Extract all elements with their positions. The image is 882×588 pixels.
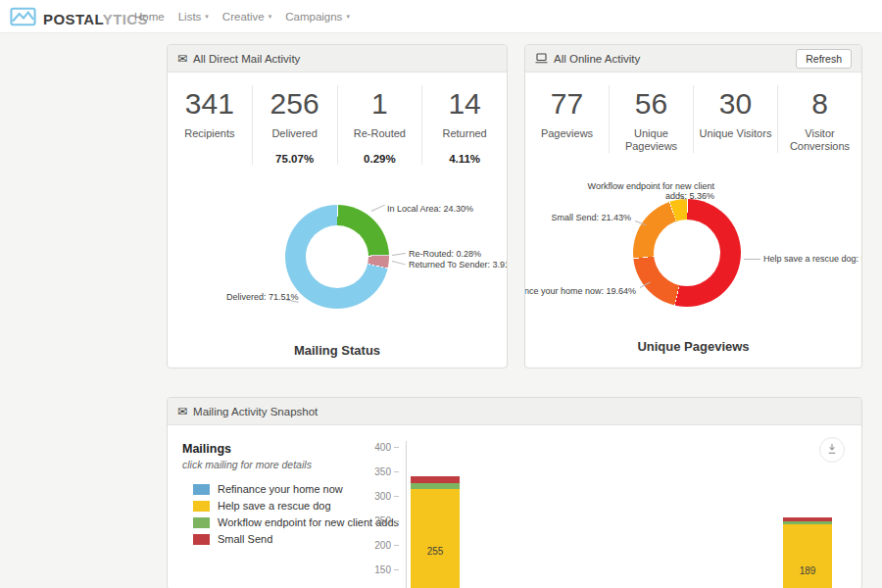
y-axis-tick: 300 [362, 490, 399, 502]
panel-title: All Direct Mail Activity [193, 53, 300, 65]
nav-item-creative[interactable]: Creative▾ [222, 11, 271, 23]
callout-workflow-endpoint: Workflow endpoint for new client adds: 5… [572, 181, 714, 201]
stat-visitor-conversions: 8 Visitor Conversions [777, 85, 861, 153]
envelope-icon: ✉ [177, 406, 187, 417]
label-leader-line [371, 205, 385, 212]
direct-mail-stats: 341 Recipients 256 Delivered 75.07% 1 Re… [168, 73, 507, 171]
bar-segment[interactable] [783, 524, 832, 588]
stat-rerouted: 1 Re-Routed 0.29% [337, 85, 422, 165]
y-axis-tick: 250 [362, 514, 399, 526]
y-axis-tick: 400 [362, 441, 399, 453]
chevron-down-icon: ▾ [269, 13, 272, 21]
online-activity-panel: All Online Activity Refresh 77 Pageviews… [524, 44, 862, 368]
stat-unique-pageviews: 56 Unique Pageviews [609, 85, 693, 153]
direct-mail-activity-panel: ✉ All Direct Mail Activity 341 Recipient… [167, 44, 508, 368]
chevron-down-icon: ▾ [346, 13, 350, 21]
callout-re-routed: Re-Routed: 0.28% [409, 249, 481, 259]
callout-in-local-area: In Local Area: 24.30% [387, 204, 473, 214]
download-chart-button[interactable] [819, 437, 845, 463]
legend-swatch [193, 501, 210, 512]
bar-segment[interactable] [783, 517, 832, 521]
label-leader-line [392, 261, 406, 265]
legend-swatch [193, 517, 210, 528]
panel-title: All Online Activity [554, 53, 640, 65]
bar-segment[interactable] [411, 476, 460, 483]
stat-returned: 14 Returned 4.11% [421, 85, 507, 165]
callout-returned-to-sender: Returned To Sender: 3.91% [409, 260, 508, 270]
callout-refinance: Refinance your home now: 19.64% [524, 286, 636, 296]
y-axis-line [406, 441, 407, 588]
bar-value-label: 189 [800, 565, 816, 576]
chevron-down-icon: ▾ [205, 13, 209, 21]
stat-delivered: 256 Delivered 75.07% [252, 85, 337, 165]
label-leader-line [744, 259, 760, 260]
direct-mail-panel-header: ✉ All Direct Mail Activity [168, 45, 507, 73]
mailings-section-note: click mailing for more details [182, 459, 312, 470]
download-icon [826, 441, 838, 459]
mailing-status-donut-chart[interactable] [285, 205, 389, 309]
label-leader-line [392, 253, 406, 256]
bar-segment[interactable] [411, 489, 460, 588]
snapshot-panel-header: ✉ Mailing Activity Snapshot [168, 398, 861, 425]
bar-segment[interactable] [783, 521, 832, 524]
bar-segment[interactable] [411, 483, 460, 489]
brand-logo[interactable]: POSTALYTICS [10, 7, 148, 30]
y-axis-tick: 350 [362, 466, 399, 477]
panel-title: Mailing Activity Snapshot [193, 406, 318, 417]
y-axis-tick: 150 [362, 564, 399, 575]
legend-swatch [193, 534, 210, 545]
nav-menu: Home Lists▾ Creative▾ Campaigns▾ [134, 0, 350, 33]
unique-pageviews-donut-chart[interactable] [633, 199, 741, 307]
nav-item-home[interactable]: Home [134, 11, 165, 23]
unique-pageviews-chart-title: Unique Pageviews [525, 339, 861, 354]
mailing-status-chart-title: Mailing Status [168, 343, 507, 358]
bar-value-label: 255 [427, 546, 444, 557]
brand-name: POSTALYTICS [43, 11, 148, 27]
stat-pageviews: 77 Pageviews [525, 85, 609, 153]
mailings-section-title: Mailings [182, 442, 231, 456]
legend-swatch [193, 484, 210, 495]
refresh-button[interactable]: Refresh [796, 49, 852, 69]
y-axis-tick: 200 [362, 539, 399, 551]
nav-item-campaigns[interactable]: Campaigns▾ [285, 11, 350, 23]
online-stats: 77 Pageviews 56 Unique Pageviews 30 Uniq… [525, 73, 861, 159]
stat-recipients: 341 Recipients [168, 85, 252, 165]
envelope-icon: ✉ [177, 53, 187, 65]
nav-item-lists[interactable]: Lists▾ [178, 11, 209, 23]
envelope-logo-icon [10, 7, 36, 30]
callout-delivered: Delivered: 71.51% [226, 292, 299, 302]
online-panel-header: All Online Activity Refresh [525, 45, 861, 73]
top-nav: POSTALYTICS Home Lists▾ Creative▾ Campai… [0, 0, 882, 33]
laptop-icon [535, 53, 548, 64]
callout-help-save: Help save a rescue dog: 53.57 [763, 254, 862, 264]
callout-small-send: Small Send: 21.43% [551, 213, 631, 222]
stat-unique-visitors: 30 Unique Visitors [693, 85, 777, 153]
mailing-activity-snapshot-panel: ✉ Mailing Activity Snapshot Mailings cli… [167, 397, 862, 588]
